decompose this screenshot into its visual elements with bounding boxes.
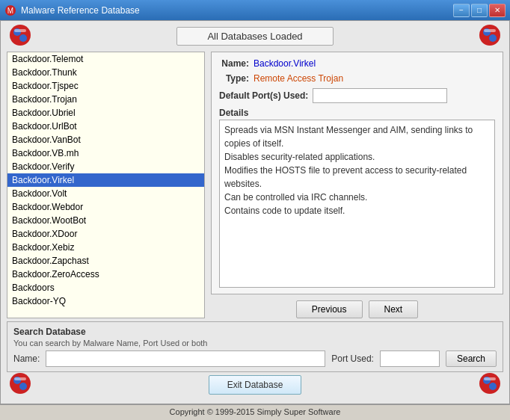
db-status-button[interactable]: All Databases Loaded [176, 27, 333, 46]
window-title: Malware Reference Database [21, 5, 453, 16]
close-button[interactable]: ✕ [489, 4, 506, 17]
details-section: Details Spreads via MSN Instant Messenge… [219, 108, 495, 287]
port-input[interactable] [313, 88, 447, 103]
list-item[interactable]: Backdoor.Thunk [7, 66, 204, 79]
detail-panel: Name: Backdoor.Virkel Type: Remote Acces… [211, 52, 503, 318]
search-title: Search Database [13, 327, 497, 337]
detail-box: Name: Backdoor.Virkel Type: Remote Acces… [211, 52, 503, 294]
svg-rect-17 [484, 377, 496, 380]
list-item[interactable]: Backdoor.WootBot [7, 214, 204, 227]
search-name-label: Name: [13, 353, 40, 364]
svg-point-10 [10, 373, 31, 394]
search-hint: You can search by Malware Name, Port Use… [13, 339, 497, 348]
copyright-text: Copyright © 1999-2015 Simply Super Softw… [170, 407, 341, 416]
list-item[interactable]: Backdoor.ZeroAccess [7, 268, 204, 281]
search-section: Search Database You can search by Malwar… [7, 321, 503, 372]
type-value: Remote Access Trojan [254, 73, 495, 84]
top-right-icon [476, 22, 503, 51]
top-bar: All Databases Loaded [7, 27, 503, 46]
list-item[interactable]: Backdoor.Virkel [7, 173, 204, 187]
bottom-left-icon [7, 370, 34, 399]
top-left-icon [7, 22, 34, 51]
svg-point-16 [489, 383, 497, 390]
search-row: Name: Port Used: Search [13, 350, 497, 367]
list-item[interactable]: Backdoor.VanBot [7, 133, 204, 146]
list-item[interactable]: Backdoor-YQ [7, 294, 204, 308]
content-area: Backdoor.TelemotBackdoor.ThunkBackdoor.T… [7, 52, 503, 318]
search-name-input[interactable] [46, 350, 325, 367]
malware-list-panel: Backdoor.TelemotBackdoor.ThunkBackdoor.T… [7, 52, 205, 318]
list-item[interactable]: Backdoors [7, 281, 204, 294]
list-item[interactable]: Backdoor.Zapchast [7, 254, 204, 268]
name-label: Name: [219, 58, 249, 69]
main-window: All Databases Loaded Backdoor.TelemotBac… [0, 20, 510, 404]
maximize-button[interactable]: □ [471, 4, 488, 17]
svg-rect-9 [484, 29, 496, 32]
svg-rect-13 [14, 377, 26, 380]
list-item[interactable]: Backdoor.Webdor [7, 200, 204, 214]
port-row: Default Port(s) Used: [219, 88, 495, 103]
title-bar: M Malware Reference Database − □ ✕ [0, 0, 510, 20]
svg-rect-5 [14, 29, 26, 32]
bottom-bar: Exit Database [7, 372, 503, 398]
malware-list[interactable]: Backdoor.TelemotBackdoor.ThunkBackdoor.T… [7, 52, 204, 317]
minimize-button[interactable]: − [453, 4, 470, 17]
list-item[interactable]: Backdoor.Ubriel [7, 106, 204, 120]
name-value: Backdoor.Virkel [254, 58, 495, 69]
list-item[interactable]: Backdoor.Telemot [7, 52, 204, 66]
status-bar: Copyright © 1999-2015 Simply Super Softw… [0, 404, 510, 420]
window-controls: − □ ✕ [453, 4, 506, 17]
next-button[interactable]: Next [369, 300, 419, 318]
svg-point-4 [19, 34, 27, 42]
list-item[interactable]: Backdoor.Trojan [7, 93, 204, 106]
bottom-right-icon [476, 370, 503, 399]
list-item[interactable]: Backdoor.UrlBot [7, 120, 204, 133]
app-icon: M [4, 4, 16, 16]
svg-point-6 [479, 25, 500, 46]
previous-button[interactable]: Previous [296, 300, 363, 318]
svg-point-12 [19, 383, 27, 390]
exit-button[interactable]: Exit Database [209, 375, 302, 395]
svg-text:M: M [7, 7, 13, 15]
svg-point-14 [479, 373, 500, 394]
details-text: Spreads via MSN Instant Messenger and AI… [219, 120, 495, 287]
list-item[interactable]: Backdoor.Verify [7, 160, 204, 173]
port-label: Default Port(s) Used: [219, 90, 308, 101]
svg-point-8 [489, 34, 497, 42]
svg-point-2 [10, 25, 31, 46]
list-item[interactable]: Backdoor.XDoor [7, 227, 204, 241]
search-port-input[interactable] [380, 350, 440, 367]
list-item[interactable]: Backdoor.Volt [7, 187, 204, 200]
name-row: Name: Backdoor.Virkel [219, 58, 495, 69]
list-item[interactable]: Backdoor.VB.mh [7, 146, 204, 160]
list-item[interactable]: Backdoor.Tjspec [7, 79, 204, 93]
search-button[interactable]: Search [446, 350, 497, 367]
nav-buttons: Previous Next [211, 300, 503, 318]
type-label: Type: [219, 73, 249, 84]
search-port-label: Port Used: [331, 353, 374, 364]
list-item[interactable]: Backdoor.Xebiz [7, 241, 204, 254]
details-label: Details [219, 108, 495, 118]
type-row: Type: Remote Access Trojan [219, 73, 495, 84]
